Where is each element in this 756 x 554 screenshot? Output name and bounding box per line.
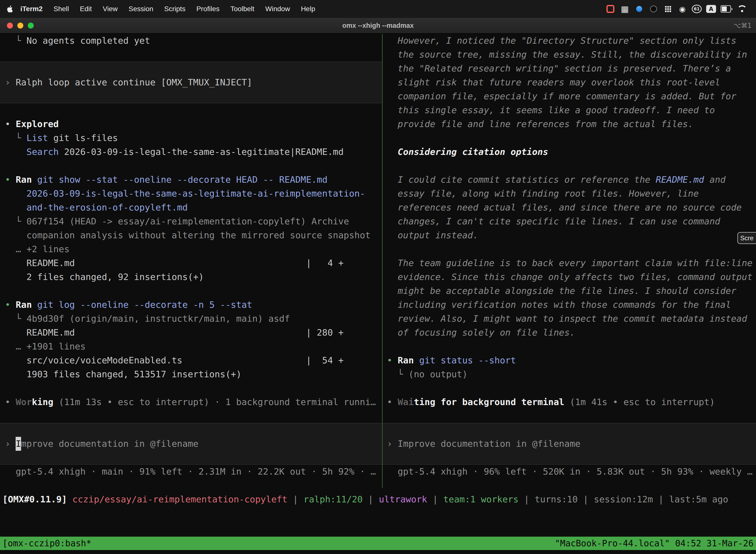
text-segment: might be acceptable alongside the file l… (387, 286, 737, 296)
text-segment: Considering citation options (397, 147, 548, 157)
keyhole-icon[interactable] (677, 3, 687, 14)
text-segment: mprove documentation in @filename (21, 437, 198, 451)
menu-item-profiles[interactable]: Profiles (191, 5, 225, 13)
terminal-blank-line (383, 340, 756, 353)
terminal-line: • Ran git status --short (383, 353, 756, 367)
zoom-button[interactable] (28, 22, 34, 29)
menu-item-shell[interactable]: Shell (48, 5, 74, 13)
text-segment: The team guideline is to back every impo… (387, 258, 753, 268)
text-segment: ralph:11/20 (304, 494, 363, 504)
text-segment: • (5, 299, 16, 310)
terminal-line: 1903 files changed, 513517 insertions(+) (0, 367, 382, 381)
minimize-button[interactable] (17, 22, 23, 29)
text-segment: session:12m (594, 494, 653, 504)
keyboard-icon[interactable] (620, 3, 630, 14)
menu-item-toolbelt[interactable]: Toolbelt (225, 5, 260, 13)
traffic-lights (7, 22, 34, 29)
terminal-line: └ No agents completed yet (0, 34, 382, 48)
battery-icon[interactable] (720, 3, 733, 14)
text-segment: | (578, 494, 594, 504)
text-segment: ultrawork (379, 494, 427, 504)
text-segment: • (5, 397, 16, 407)
text-segment: … +2 lines (5, 244, 69, 254)
text-segment: › (5, 437, 16, 451)
text-segment: Wai (397, 397, 414, 407)
wifi-icon[interactable] (737, 4, 747, 13)
input-source-icon[interactable]: A (706, 5, 716, 13)
terminal-line: output instead. (383, 228, 756, 242)
text-segment: src/voice/voiceModeEnabled.ts | 54 + (5, 355, 343, 365)
terminal-line: slight risk that future readers may over… (383, 75, 756, 89)
terminal-blank-line (383, 381, 756, 395)
terminal-line: Considering citation options (383, 145, 756, 159)
screen-notification-tab[interactable]: Scre (737, 232, 756, 244)
shield-icon[interactable] (634, 3, 644, 14)
terminal-line: … +2 lines (0, 242, 382, 256)
terminal-line: 2 files changed, 92 insertions(+) (0, 270, 382, 284)
terminal-blank-line (0, 381, 382, 395)
omx-status-bar: [OMX#0.11.9] cczip/essay/ai-reimplementa… (0, 492, 756, 506)
text-segment: README.md (656, 174, 704, 185)
text-segment: Explored (16, 119, 59, 129)
command-input[interactable]: › Improve documentation in @filename (383, 423, 756, 465)
text-segment: last:5m ago (669, 494, 728, 504)
close-button[interactable] (7, 22, 13, 29)
menu-item-iterm2[interactable]: iTerm2 (15, 5, 48, 13)
terminal-line: the source tree, missing the essay. Stil… (383, 48, 756, 62)
text-segment: slight risk that future readers may over… (387, 77, 720, 88)
window-title-bar: omx --xhigh --madmax ⌥⌘1 (0, 18, 756, 34)
terminal-line: … +1901 lines (0, 340, 382, 353)
menu-item-window[interactable]: Window (260, 5, 296, 13)
screen-record-icon[interactable] (606, 3, 615, 14)
text-segment: king (32, 397, 53, 407)
terminal-line: review. Also, I might want to inspect th… (383, 312, 756, 326)
text-segment: git ls-files (48, 133, 118, 143)
terminal-line: 2026-03-09-is-legal-the-same-as-legitima… (0, 187, 382, 201)
text-segment: essay file, along with finding root file… (387, 188, 699, 199)
terminal-blank-line (383, 242, 756, 256)
menu-item-edit[interactable]: Edit (74, 5, 97, 13)
terminal-line: • Waiting for background terminal (1m 41… (383, 395, 756, 409)
text-segment: › (387, 437, 397, 451)
text-segment: output instead. (387, 230, 478, 240)
menu-item-help[interactable]: Help (296, 5, 321, 13)
terminal-blank-line (0, 103, 382, 117)
text-segment: Ran (16, 299, 37, 310)
terminal-line: └ 067f154 (HEAD -> essay/ai-reimplementa… (0, 214, 382, 228)
disc-icon[interactable] (649, 3, 658, 14)
menu-item-view[interactable]: View (97, 5, 123, 13)
apple-menu-icon[interactable] (6, 5, 13, 13)
text-segment: | (363, 494, 379, 504)
text-segment: README.md | 4 + (5, 258, 343, 268)
terminal-line: gpt-5.4 xhigh · main · 91% left · 2.31M … (0, 465, 382, 479)
right-agent-pane: However, I noticed the "Directory Struct… (383, 34, 756, 479)
terminal-line: README.md | 4 + (0, 256, 382, 270)
text-segment: 1903 files changed, 513517 insertions(+) (5, 369, 242, 379)
terminal-blank-line (383, 131, 756, 145)
badge-61-icon[interactable]: 61 (692, 5, 702, 13)
window-shortcut: ⌥⌘1 (734, 22, 752, 29)
macos-menu-bar: iTerm2ShellEditViewSessionScriptsProfile… (0, 0, 756, 18)
text-segment: cczip/essay/ai-reimplementation-copyleft (72, 494, 288, 504)
terminal-blank-line (383, 409, 756, 423)
text-segment: README.md | 280 + (5, 327, 343, 338)
text-segment: the "Related research writing" section i… (387, 63, 731, 73)
terminal-line: might be acceptable alongside the file l… (383, 284, 756, 298)
text-segment: of focusing solely on file lines. (387, 327, 575, 338)
text-segment: List (26, 133, 48, 143)
text-segment (387, 147, 397, 157)
terminal-line: • Ran git log --oneline --decorate -n 5 … (0, 298, 382, 312)
menu-item-session[interactable]: Session (123, 5, 159, 13)
text-segment: the source tree, missing the essay. Stil… (387, 49, 747, 60)
terminal-line: the "Related research writing" section i… (383, 62, 756, 75)
text-segment: └ (5, 133, 26, 143)
text-segment: 2026-03-09-is-legal-the-same-as-legitima… (26, 188, 365, 199)
menu-status-icons: 61A (603, 3, 750, 14)
tmux-status-bar: [omx-cczip0:bash* "MacBook-Pro-44.local"… (0, 537, 756, 550)
app-grid-icon[interactable] (663, 3, 673, 14)
command-input[interactable]: › Improve documentation in @filename (0, 423, 382, 465)
text-segment: (1m 41s • esc to interrupt) (564, 397, 715, 407)
menu-item-scripts[interactable]: Scripts (159, 5, 191, 13)
terminal-line: companion file, especially if more comme… (383, 89, 756, 103)
terminal-line: • Working (11m 13s • esc to interrupt) ·… (0, 395, 382, 409)
